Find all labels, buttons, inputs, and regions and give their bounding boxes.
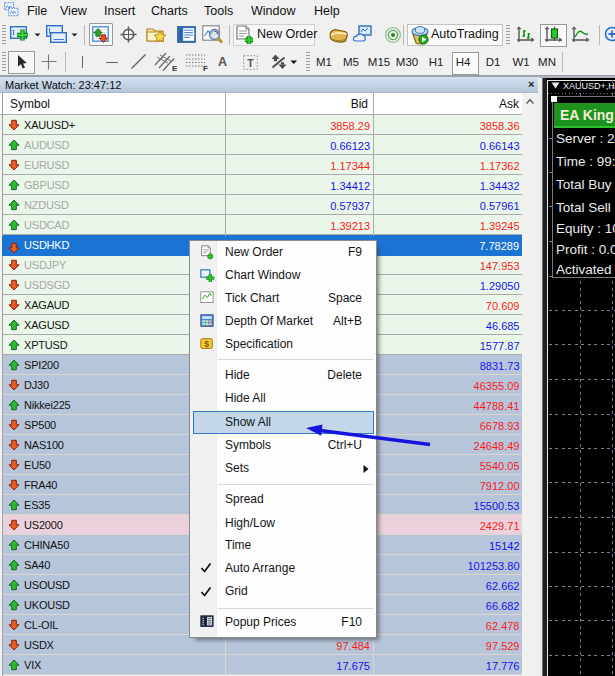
svg-text:T: T <box>247 57 254 69</box>
svg-text:$: $ <box>204 339 209 349</box>
